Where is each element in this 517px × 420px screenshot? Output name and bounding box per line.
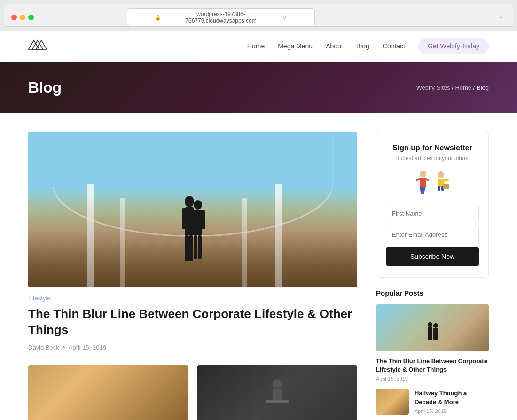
svg-point-16 [420,171,426,177]
small-post-image-1 [28,365,188,420]
main-nav: Home Mega Menu About Blog Contact Get We… [247,38,489,54]
post-author: David Beck [28,344,59,351]
new-tab-button[interactable]: + [496,13,506,22]
logo[interactable] [28,38,47,54]
svg-rect-6 [185,235,189,261]
breadcrumb: Webify Sites / Home / Blog [416,84,489,91]
get-webify-button[interactable]: Get Webify Today [418,38,489,54]
popular-post-full-image-1 [376,304,489,351]
refresh-icon[interactable]: ↻ [259,15,309,21]
nav-mega-menu[interactable]: Mega Menu [278,42,313,50]
breadcrumb-current: Blog [477,84,489,91]
close-button[interactable] [11,15,17,20]
svg-rect-31 [433,328,438,340]
maximize-button[interactable] [28,15,34,20]
url-bar[interactable]: 🔒 wordpress-197386-766779.cloudwaysapps.… [127,8,315,26]
meta-separator [63,346,65,348]
site-header: Home Mega Menu About Blog Contact Get We… [0,31,517,62]
popular-post-2-date: April 15, 2019 [415,408,489,414]
traffic-lights [11,15,34,20]
newsletter-subtitle: Hottest articles on your inbox! [386,155,479,162]
svg-point-22 [438,171,444,178]
minimize-button[interactable] [20,15,25,20]
svg-rect-24 [438,186,440,191]
popular-posts-title: Popular Posts [376,289,489,297]
svg-marker-0 [32,40,43,50]
svg-rect-9 [194,210,202,235]
nav-about[interactable]: About [326,42,343,50]
svg-point-13 [273,379,282,389]
svg-rect-10 [201,210,205,229]
browser-chrome: 🔒 wordpress-197386-766779.cloudwaysapps.… [4,4,513,27]
newsletter-illustration [386,169,479,197]
popular-post-2-text: Halfway Though a Decade & More April 15,… [415,389,489,413]
first-name-input[interactable] [386,205,479,222]
hero-title: Blog [28,79,62,96]
post-category[interactable]: Lifestyle [28,295,357,302]
svg-rect-12 [198,235,202,259]
newsletter-widget: Sign up for Newsletter Hottest articles … [376,132,489,278]
nav-blog[interactable]: Blog [356,42,369,50]
svg-point-8 [194,200,202,210]
svg-point-30 [433,323,438,328]
breadcrumb-root[interactable]: Webify Sites [416,84,450,91]
nav-home[interactable]: Home [247,42,265,50]
popular-post-thumb-2 [376,389,409,415]
svg-rect-15 [266,400,289,403]
small-post-2[interactable] [197,365,357,420]
nav-contact[interactable]: Contact [383,42,405,50]
subscribe-button[interactable]: Subscribe Now [386,247,479,266]
featured-image[interactable] [28,132,357,287]
breadcrumb-parent[interactable]: Home [455,84,471,91]
url-text: wordpress-197386-766779.cloudwaysapps.co… [185,11,256,24]
svg-rect-26 [443,184,449,189]
svg-point-28 [428,322,432,327]
post-title: The Thin Blur Line Between Corporate Lif… [28,306,357,338]
site-wrapper: Home Mega Menu About Blog Contact Get We… [0,31,517,420]
hero-banner: Blog Webify Sites / Home / Blog [0,62,517,113]
sidebar: Sign up for Newsletter Hottest articles … [376,132,489,420]
popular-post-2-title: Halfway Though a Decade & More [415,389,489,406]
post-meta: David Beck April 15, 2019 [28,344,357,351]
blog-column: Lifestyle The Thin Blur Line Between Cor… [28,132,357,420]
main-content: Lifestyle The Thin Blur Line Between Cor… [0,113,517,420]
small-post-1[interactable] [28,365,188,420]
svg-rect-7 [189,235,193,261]
newsletter-title: Sign up for Newsletter [386,144,479,152]
post-date: April 15, 2019 [69,344,106,351]
breadcrumb-sep2: / [473,84,477,91]
featured-post: Lifestyle The Thin Blur Line Between Cor… [28,132,357,351]
popular-post-1-title: The Thin Blur Line Between Corporate Lif… [376,357,489,374]
svg-rect-11 [194,235,197,259]
email-input[interactable] [386,226,479,243]
svg-rect-29 [428,327,432,340]
popular-post-1[interactable]: The Thin Blur Line Between Corporate Lif… [376,304,489,381]
svg-rect-5 [182,208,187,229]
svg-marker-1 [36,40,47,50]
popular-post-2[interactable]: Halfway Though a Decade & More April 15,… [376,389,489,415]
small-post-image-2 [197,365,357,420]
svg-point-3 [185,196,194,207]
svg-marker-2 [28,40,39,50]
small-posts-grid [28,365,357,420]
popular-post-1-date: April 15, 2019 [376,376,489,381]
popular-posts-widget: Popular Posts [376,289,489,415]
